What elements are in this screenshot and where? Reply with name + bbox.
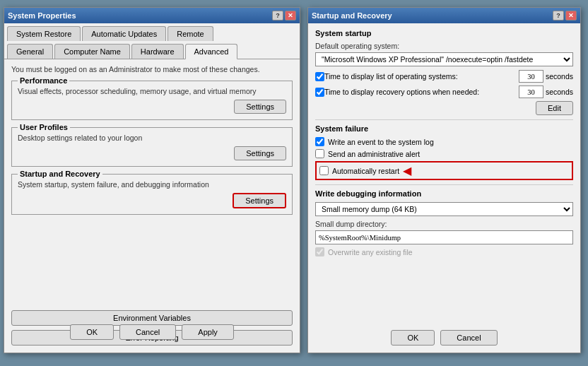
admin-note: You must be logged on as an Administrato… — [11, 65, 293, 73]
startup-recovery-settings-button[interactable]: Settings — [233, 193, 286, 208]
startup-ok-button[interactable]: OK — [391, 330, 435, 346]
display-recovery-seconds-label: seconds — [546, 88, 573, 96]
performance-description: Visual effects, processor scheduling, me… — [18, 87, 286, 95]
startup-recovery-group: Startup and Recovery System startup, sys… — [11, 174, 293, 215]
tab-computer-name[interactable]: Computer Name — [54, 44, 130, 59]
startup-cancel-button[interactable]: Cancel — [440, 330, 497, 346]
startup-recovery-content: System startup Default operating system:… — [308, 23, 580, 262]
display-list-seconds-label: seconds — [546, 72, 573, 81]
edit-btn-row: Edit — [315, 101, 573, 115]
startup-recovery-window: Startup and Recovery ? ✕ System startup … — [307, 7, 581, 353]
system-properties-title: System Properties — [8, 11, 76, 20]
write-event-row: Write an event to the system log — [315, 137, 573, 146]
tab-hardware[interactable]: Hardware — [131, 44, 184, 59]
display-list-checkbox[interactable] — [315, 72, 324, 81]
display-recovery-label: Time to display recovery options when ne… — [324, 88, 519, 96]
auto-restart-row: Automatically restart ◀ — [315, 161, 573, 180]
send-alert-row: Send an administrative alert — [315, 149, 573, 158]
display-list-row: Time to display list of operating system… — [315, 70, 573, 83]
close-button[interactable]: ✕ — [285, 11, 296, 20]
default-os-label: Default operating system: — [315, 42, 573, 50]
user-profiles-settings-button[interactable]: Settings — [234, 146, 286, 160]
startup-recovery-label: Startup and Recovery — [18, 170, 102, 178]
help-button[interactable]: ? — [272, 11, 283, 20]
user-profiles-label: User Profiles — [18, 123, 70, 131]
tab-automatic-updates[interactable]: Automatic Updates — [82, 26, 166, 41]
display-recovery-checkbox[interactable] — [315, 88, 324, 97]
startup-help-button[interactable]: ? — [553, 11, 564, 20]
system-startup-label: System startup — [315, 29, 573, 37]
startup-recovery-titlebar: Startup and Recovery ? ✕ — [308, 8, 580, 23]
small-dump-dir-input[interactable] — [315, 230, 573, 244]
default-os-dropdown[interactable]: "Microsoft Windows XP Professional" /noe… — [315, 52, 573, 66]
default-os-row: "Microsoft Windows XP Professional" /noe… — [315, 52, 573, 66]
startup-recovery-bottom-buttons: OK Cancel — [308, 330, 580, 346]
send-alert-label: Send an administrative alert — [328, 150, 420, 158]
write-event-checkbox[interactable] — [315, 137, 324, 146]
performance-label: Performance — [18, 76, 69, 85]
overwrite-label: Overwrite any existing file — [328, 248, 413, 256]
titlebar-buttons: ? ✕ — [272, 11, 296, 20]
system-properties-window: System Properties ? ✕ System Restore Aut… — [4, 7, 300, 353]
separator-1 — [315, 119, 573, 120]
system-properties-bottom-buttons: Environment Variables Error Reporting OK… — [4, 310, 300, 346]
apply-button[interactable]: Apply — [182, 324, 234, 340]
tabs-bar: System Restore Automatic Updates Remote … — [4, 23, 300, 59]
tab-system-restore[interactable]: System Restore — [7, 26, 81, 41]
send-alert-checkbox[interactable] — [315, 149, 324, 158]
desktop: System Properties ? ✕ System Restore Aut… — [0, 0, 588, 366]
startup-recovery-title: Startup and Recovery — [312, 11, 392, 20]
arrow-indicator: ◀ — [403, 164, 411, 177]
debug-dropdown-row: Small memory dump (64 KB) None Kernel me… — [315, 202, 573, 216]
display-list-seconds-input[interactable] — [519, 70, 543, 83]
user-profiles-description: Desktop settings related to your logon — [18, 134, 286, 142]
display-recovery-seconds-input[interactable] — [519, 85, 543, 98]
startup-close-button[interactable]: ✕ — [565, 11, 577, 20]
overwrite-row: Overwrite any existing file — [315, 247, 573, 256]
startup-recovery-titlebar-buttons: ? ✕ — [553, 11, 577, 20]
startup-recovery-description: System startup, system failure, and debu… — [18, 180, 286, 189]
ok-button[interactable]: OK — [70, 324, 114, 340]
system-properties-titlebar: System Properties ? ✕ — [4, 8, 300, 23]
tab-general[interactable]: General — [7, 44, 53, 59]
performance-settings-button[interactable]: Settings — [234, 100, 286, 114]
display-recovery-row: Time to display recovery options when ne… — [315, 85, 573, 98]
tab-remote[interactable]: Remote — [167, 26, 213, 41]
auto-restart-checkbox[interactable] — [319, 166, 329, 175]
small-dump-dir-label: Small dump directory: — [315, 220, 573, 228]
tab-advanced[interactable]: Advanced — [185, 44, 238, 59]
system-properties-content: You must be logged on as an Administrato… — [4, 59, 300, 228]
system-failure-label: System failure — [315, 124, 573, 133]
performance-group: Performance Visual effects, processor sc… — [11, 81, 293, 120]
separator-2 — [315, 184, 573, 185]
auto-restart-label: Automatically restart — [332, 167, 399, 175]
debug-dropdown[interactable]: Small memory dump (64 KB) None Kernel me… — [315, 202, 573, 216]
cancel-button[interactable]: Cancel — [119, 324, 176, 340]
debug-info-label: Write debugging information — [315, 189, 573, 198]
write-event-label: Write an event to the system log — [328, 138, 434, 146]
user-profiles-group: User Profiles Desktop settings related t… — [11, 127, 293, 167]
display-list-label: Time to display list of operating system… — [324, 72, 519, 81]
overwrite-checkbox — [315, 247, 324, 256]
edit-button[interactable]: Edit — [536, 101, 573, 115]
tabs-row-1: System Restore Automatic Updates Remote — [4, 23, 300, 41]
tabs-row-2: General Computer Name Hardware Advanced — [4, 41, 300, 59]
